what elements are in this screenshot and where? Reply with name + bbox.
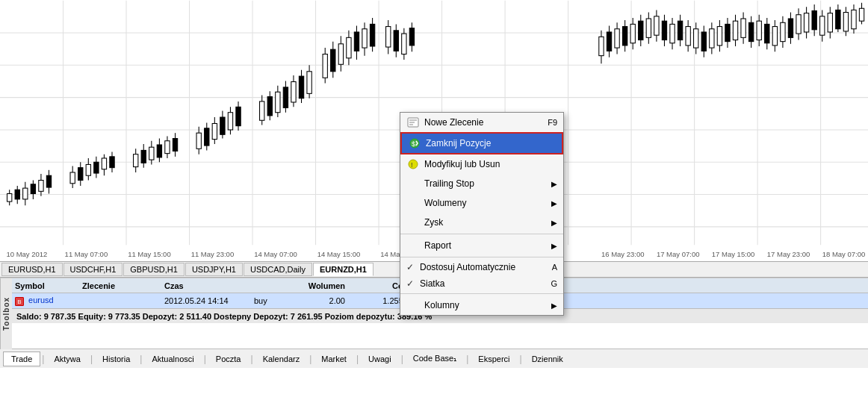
svg-rect-171	[859, 8, 864, 21]
svg-text:14 May 15:00: 14 May 15:00	[317, 250, 361, 258]
svg-text:11 May 23:00: 11 May 23:00	[191, 250, 235, 258]
col-header-order: Zlecenie	[79, 281, 161, 290]
tab-aktualnosci[interactable]: Aktualnosci	[143, 352, 202, 366]
report-arrow: ▶	[551, 242, 557, 250]
ctx-report-label: Raport	[424, 240, 451, 251]
svg-rect-79	[299, 76, 303, 99]
report-icon	[406, 239, 420, 252]
svg-rect-33	[70, 172, 75, 184]
profit-icon	[406, 216, 420, 229]
ctx-auto-arrange[interactable]: ✓ Dostosuj Automatycznie A	[400, 259, 563, 275]
svg-rect-115	[639, 21, 643, 40]
ctx-volumes[interactable]: Wolumeny ▶	[400, 193, 563, 213]
profit-arrow: ▶	[551, 219, 557, 227]
ctx-volumes-label: Wolumeny	[424, 198, 466, 208]
svg-rect-143	[748, 22, 753, 41]
ctx-new-order-label: Nowe Zlecenie	[424, 117, 483, 128]
svg-rect-169	[852, 10, 856, 28]
trailing-stop-icon	[406, 177, 420, 190]
tab-codebase[interactable]: Code Base₁	[405, 351, 465, 366]
ctx-columns[interactable]: Kolumny ▶	[400, 296, 563, 315]
ctx-report[interactable]: Raport ▶	[400, 236, 563, 255]
svg-rect-161	[820, 16, 825, 35]
svg-text:17 May 23:00: 17 May 23:00	[767, 250, 810, 258]
trade-time: 2012.05.24 14:14	[161, 296, 251, 305]
tab-kalendarz[interactable]: Kalendarz	[255, 352, 309, 366]
close-position-icon: $	[408, 137, 421, 150]
svg-rect-95	[370, 24, 374, 46]
svg-rect-57	[196, 133, 201, 149]
svg-rect-43	[110, 157, 114, 168]
svg-rect-63	[220, 117, 225, 134]
trade-symbol: B eurusd	[12, 296, 79, 305]
svg-rect-45	[134, 154, 138, 167]
svg-rect-71	[267, 97, 272, 116]
svg-rect-105	[599, 37, 604, 55]
svg-rect-165	[836, 10, 840, 28]
svg-text:17 May 15:00: 17 May 15:00	[712, 250, 755, 258]
svg-rect-91	[354, 32, 359, 51]
svg-rect-59	[205, 128, 209, 146]
ctx-new-order[interactable]: Nowe Zlecenie F9	[400, 113, 563, 132]
svg-rect-129	[694, 29, 698, 48]
tab-market[interactable]: Market	[313, 352, 355, 366]
tab-aktywa[interactable]: Aktywa	[46, 352, 88, 366]
col-header-symbol: Symbol	[12, 281, 79, 290]
ctx-separator-2	[400, 257, 563, 257]
svg-rect-23	[15, 190, 19, 199]
svg-rect-167	[843, 13, 848, 31]
ctx-auto-arrange-shortcut: A	[552, 263, 557, 272]
ctx-grid[interactable]: ✓ Siatka G	[400, 275, 563, 292]
bottom-tabs-bar: Trade | Aktywa | Historia | Aktualnosci …	[0, 349, 868, 368]
svg-rect-151	[781, 22, 785, 41]
svg-rect-101	[402, 34, 406, 54]
svg-rect-119	[654, 16, 659, 35]
svg-rect-145	[757, 21, 761, 40]
svg-text:10 May 2012: 10 May 2012	[6, 250, 47, 258]
svg-text:!: !	[411, 161, 413, 169]
tab-dziennik[interactable]: Dziennik	[524, 352, 571, 366]
tab-historia[interactable]: Historia	[94, 352, 138, 366]
svg-text:11 May 15:00: 11 May 15:00	[128, 250, 171, 258]
svg-rect-49	[149, 147, 154, 160]
tab-gbpusd-h1[interactable]: GBPUSD,H1	[123, 263, 185, 276]
ctx-modify-label: Modyfikuj lub Usun	[424, 159, 500, 169]
svg-rect-77	[291, 82, 296, 102]
svg-rect-27	[31, 184, 35, 194]
svg-rect-35	[78, 168, 83, 181]
tab-eurusd-h1[interactable]: EURUSD,H1	[1, 263, 63, 276]
svg-rect-31	[46, 175, 51, 187]
tab-trade[interactable]: Trade	[3, 352, 40, 366]
tab-usdcad-daily[interactable]: USDCAD,Daily	[244, 263, 312, 276]
volumes-arrow: ▶	[551, 199, 557, 207]
tab-usdjpy-h1[interactable]: USDJPY,H1	[185, 263, 243, 276]
svg-rect-97	[386, 27, 391, 47]
tab-poczta[interactable]: Poczta	[208, 352, 249, 366]
svg-rect-121	[662, 21, 666, 40]
svg-rect-137	[725, 24, 730, 41]
svg-rect-125	[678, 21, 682, 40]
ctx-separator-1	[400, 234, 563, 234]
tab-uwagi[interactable]: Uwagi	[360, 352, 400, 366]
svg-rect-103	[409, 28, 414, 46]
tab-eksperci[interactable]: Eksperci	[470, 352, 518, 366]
ctx-modify-delete[interactable]: ! Modyfikuj lub Usun	[400, 154, 563, 174]
ctx-profit-label: Zysk	[424, 217, 443, 228]
svg-rect-107	[607, 32, 611, 51]
svg-rect-127	[686, 27, 690, 46]
tab-eurnzd-h1[interactable]: EURNZD,H1	[313, 263, 373, 276]
ctx-trailing-stop-label: Trailing Stop	[424, 178, 474, 189]
ctx-trailing-stop[interactable]: Trailing Stop ▶	[400, 174, 563, 193]
ctx-close-position[interactable]: $ Zamknij Pozycje	[400, 132, 563, 154]
svg-text:17 May 07:00: 17 May 07:00	[657, 250, 700, 258]
svg-rect-159	[812, 10, 816, 29]
svg-rect-75	[283, 87, 288, 107]
ctx-profit[interactable]: Zysk ▶	[400, 213, 563, 232]
tab-usdchf-h1[interactable]: USDCHF,H1	[63, 263, 123, 276]
svg-rect-29	[39, 181, 43, 192]
col-header-volume: Wolumen	[288, 281, 348, 290]
svg-rect-117	[646, 19, 651, 37]
svg-point-200	[409, 160, 418, 169]
svg-rect-83	[323, 54, 327, 78]
svg-rect-47	[141, 150, 146, 163]
